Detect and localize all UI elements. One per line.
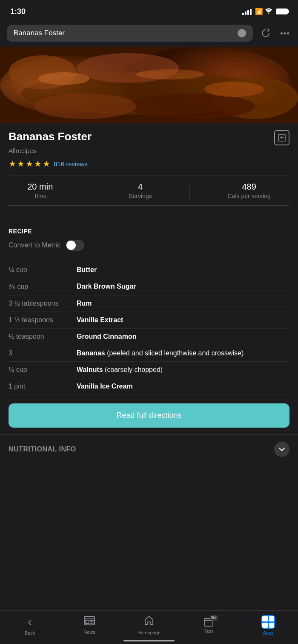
nav-apps[interactable]: Apps: [238, 615, 298, 635]
nav-apps-label: Apps: [263, 630, 273, 635]
star-5: ★: [43, 159, 50, 169]
stat-servings-label: Servings: [129, 193, 152, 199]
expand-nutritional-button[interactable]: [274, 442, 289, 457]
svg-rect-24: [86, 620, 89, 624]
back-icon: ‹: [28, 615, 32, 629]
stat-servings-value: 4: [129, 182, 152, 192]
stars-row: ★ ★ ★ ★ ★ 816 reviews: [9, 159, 289, 169]
ingredient-name: Vanilla Ice Cream: [77, 383, 289, 390]
star-rating: ★ ★ ★ ★ ★: [9, 159, 50, 169]
ingredient-row: ¼ cup Butter: [9, 262, 289, 278]
recipe-title-row: Bananas Foster: [9, 130, 289, 145]
stat-time-value: 20 min: [27, 182, 53, 192]
stats-row: 20 min Time 4 Servings 489 Cals per serv…: [9, 176, 289, 206]
reload-button[interactable]: [258, 26, 273, 41]
stat-cals-label: Cals per serving: [228, 193, 271, 199]
tabs-badge: 9+: [210, 615, 218, 621]
star-2: ★: [17, 159, 25, 169]
ingredient-row: 1 pint Vanilla Ice Cream: [9, 378, 289, 395]
ingredient-row: ¼ cup Walnuts (coarsely chopped): [9, 362, 289, 378]
ingredient-qty: ½ teaspoon: [9, 333, 77, 340]
bottom-nav: ‹ Back News Homepage: [0, 610, 298, 644]
ingredient-name: Bananas (peeled and sliced lengthwise an…: [77, 349, 289, 357]
status-icons: 📶: [242, 8, 288, 15]
nav-back[interactable]: ‹ Back: [0, 615, 60, 635]
status-bar: 1:30 📶: [0, 0, 298, 21]
toggle-thumb: [66, 241, 76, 250]
search-text: Bananas Foster: [14, 29, 65, 37]
recipe-title: Bananas Foster: [9, 130, 92, 143]
stat-cals: 489 Cals per serving: [228, 182, 271, 199]
news-icon: [84, 616, 95, 628]
ingredient-row: 1 ½ teaspoons Vanilla Extract: [9, 312, 289, 329]
ingredient-name: Butter: [77, 266, 289, 274]
nav-back-label: Back: [25, 630, 35, 635]
ingredient-qty: ¼ cup: [9, 366, 77, 374]
nutritional-label: NUTRITIONAL INFO: [9, 445, 76, 453]
stat-servings: 4 Servings: [129, 182, 152, 199]
svg-rect-1: [241, 30, 243, 34]
nutritional-section: NUTRITIONAL INFO: [0, 434, 298, 464]
svg-point-6: [287, 32, 289, 34]
nav-tabs[interactable]: 9+ Tabs: [179, 617, 238, 634]
ingredient-qty: 1 pint: [9, 383, 77, 390]
svg-point-14: [128, 94, 255, 119]
ingredient-qty: 3: [9, 349, 77, 357]
ingredient-qty: ¼ cup: [9, 266, 77, 274]
stat-time: 20 min Time: [27, 182, 53, 199]
reviews-link[interactable]: 816 reviews: [54, 160, 88, 167]
recipe-source: Allrecipes: [9, 147, 289, 154]
nav-homepage[interactable]: Homepage: [119, 616, 179, 635]
read-directions-button[interactable]: Read full directions: [9, 403, 289, 428]
nutritional-row: NUTRITIONAL INFO: [9, 442, 289, 457]
save-button[interactable]: [274, 130, 289, 145]
wifi-icon: 📶: [255, 8, 272, 15]
ingredient-qty: 3 ½ tablespoons: [9, 300, 77, 307]
food-image: [0, 47, 298, 123]
ingredient-row: 3 ½ tablespoons Rum: [9, 295, 289, 312]
metric-toggle-label: Convert to Metric: [9, 241, 60, 249]
ingredient-name: Ground Cinnamon: [77, 333, 289, 340]
ingredient-name: Dark Brown Sugar: [77, 283, 289, 290]
ingredient-qty: ⅔ cup: [9, 283, 77, 291]
svg-point-0: [268, 13, 269, 14]
metric-toggle[interactable]: [66, 240, 84, 251]
star-3: ★: [26, 159, 33, 169]
ingredient-name: Walnuts (coarsely chopped): [77, 366, 289, 374]
svg-point-4: [281, 32, 283, 34]
ingredient-row: 3 Bananas (peeled and sliced lengthwise …: [9, 345, 289, 362]
svg-point-5: [284, 32, 286, 34]
metric-toggle-row: Convert to Metric: [9, 240, 289, 251]
recipe-section-label: RECIPE: [9, 228, 289, 235]
status-time: 1:30: [10, 7, 26, 16]
stat-time-label: Time: [27, 193, 53, 199]
ingredient-row: ⅔ cup Dark Brown Sugar: [9, 278, 289, 295]
battery-icon: [276, 9, 288, 14]
stat-cals-value: 489: [228, 182, 271, 192]
mic-icon[interactable]: [238, 29, 246, 37]
nav-tabs-label: Tabs: [203, 629, 213, 634]
search-bar[interactable]: Bananas Foster: [7, 25, 253, 42]
home-indicator: [123, 640, 175, 641]
recipe-section: RECIPE Convert to Metric: [0, 221, 298, 262]
svg-point-18: [204, 82, 264, 97]
ingredient-name: Rum: [77, 300, 289, 307]
svg-point-15: [34, 94, 136, 119]
more-button[interactable]: [278, 27, 291, 40]
ingredient-qty: 1 ½ teaspoons: [9, 316, 77, 324]
search-bar-container: Bananas Foster: [0, 21, 298, 47]
nav-news[interactable]: News: [60, 616, 119, 635]
star-4: ★: [34, 159, 42, 169]
star-1: ★: [9, 159, 16, 169]
svg-point-16: [38, 72, 89, 85]
ingredient-row: ½ teaspoon Ground Cinnamon: [9, 329, 289, 345]
svg-point-17: [136, 69, 204, 79]
apps-icon: [261, 615, 275, 629]
recipe-card: Bananas Foster Allrecipes ★ ★ ★ ★ ★ 816 …: [0, 123, 298, 221]
signal-icon: [242, 8, 252, 15]
home-icon: [144, 616, 154, 628]
nav-news-label: News: [83, 630, 95, 635]
ingredient-name: Vanilla Extract: [77, 316, 289, 324]
ingredients-list: ¼ cup Butter ⅔ cup Dark Brown Sugar 3 ½ …: [0, 262, 298, 395]
nav-homepage-label: Homepage: [138, 630, 160, 635]
